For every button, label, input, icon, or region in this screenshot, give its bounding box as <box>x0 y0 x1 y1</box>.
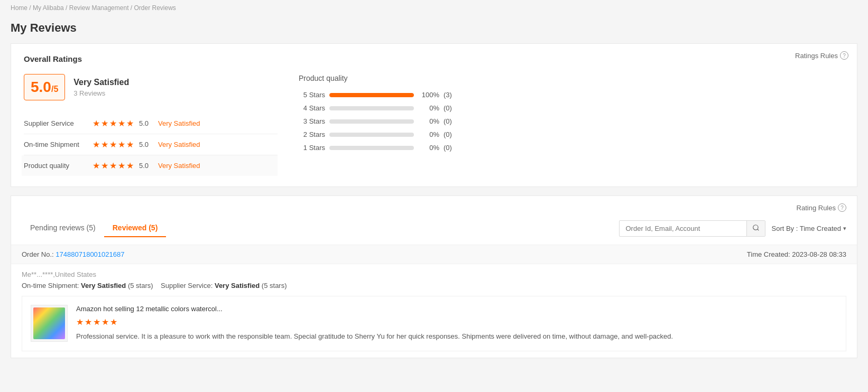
star-5: ★ <box>126 118 134 128</box>
bar-row-5: 5 Stars 100% (3) <box>299 91 844 99</box>
reviews-header: Pending reviews (5) Reviewed (5) Sort <box>11 212 857 245</box>
bar-label-5: 5 Stars <box>299 91 325 99</box>
bar-row-4: 4 Stars 0% (0) <box>299 104 844 112</box>
star-4: ★ <box>118 118 125 128</box>
reviewer-name: Me**...****,United States <box>22 270 96 278</box>
bar-pct-1: 0% <box>418 144 439 152</box>
ontime-shipment-row: On-time Shipment ★ ★ ★ ★ ★ 5.0 Very Sati… <box>24 134 278 155</box>
shipment-info: On-time Shipment: Very Satisfied (5 star… <box>22 282 846 290</box>
star-2: ★ <box>101 118 108 128</box>
rating-rules-info-icon[interactable]: ? <box>838 203 846 212</box>
overall-ratings-title: Overall Ratings <box>24 54 844 63</box>
supplier-service-label: Supplier Service <box>24 119 93 127</box>
ontime-shipment-score: 5.0 <box>139 141 158 148</box>
order-time-value: 2023-08-28 08:33 <box>792 250 846 258</box>
star-1: ★ <box>93 139 100 150</box>
product-quality-satisfied: Very Satisfied <box>158 162 200 170</box>
product-quality-score: 5.0 <box>139 162 158 170</box>
product-star-5: ★ <box>110 317 117 327</box>
product-star-3: ★ <box>93 317 100 327</box>
product-quality-row: Product quality ★ ★ ★ ★ ★ 5.0 Very Satis… <box>22 155 278 176</box>
breadcrumb-alibaba[interactable]: My Alibaba <box>33 4 64 12</box>
tab-pending-label: Pending reviews (5) <box>30 223 96 232</box>
bar-track-5 <box>329 93 414 97</box>
score-number: 5.0/5 <box>24 74 65 100</box>
score-label: Very Satisfied <box>73 78 129 87</box>
bar-count-5: (3) <box>444 91 452 99</box>
star-3: ★ <box>109 118 117 128</box>
ratings-content: 5.0/5 Very Satisfied 3 Reviews Supplier … <box>24 74 844 176</box>
search-input[interactable] <box>620 221 746 236</box>
star-2: ★ <box>101 161 108 171</box>
score-denom: /5 <box>51 85 58 94</box>
tab-reviewed[interactable]: Reviewed (5) <box>104 219 167 237</box>
tab-pending[interactable]: Pending reviews (5) <box>22 219 104 237</box>
product-review-text: Professional service. It is a pleasure t… <box>76 331 837 342</box>
star-3: ★ <box>109 161 117 171</box>
bar-label-4: 4 Stars <box>299 104 325 112</box>
tab-reviewed-label: Reviewed (5) <box>113 223 158 232</box>
tabs: Pending reviews (5) Reviewed (5) <box>22 219 166 237</box>
bar-fill-5 <box>329 93 414 97</box>
star-3: ★ <box>109 139 117 150</box>
star-5: ★ <box>126 161 134 171</box>
search-icon <box>752 224 760 231</box>
supplier-service-score: 5.0 <box>139 119 158 127</box>
score-value: 5.0 <box>31 79 51 95</box>
reviewer-info: Me**...****,United States <box>22 270 846 278</box>
ratings-rules-info-icon[interactable]: ? <box>840 51 848 60</box>
bar-pct-4: 0% <box>418 104 439 112</box>
order-row: Order No.: 174880718001021687 Time Creat… <box>11 245 857 264</box>
page-title: My Reviews <box>0 16 868 43</box>
breadcrumb-review-mgmt[interactable]: Review Management <box>69 4 129 12</box>
svg-point-0 <box>753 225 758 229</box>
breadcrumb-home[interactable]: Home <box>11 4 27 12</box>
ontime-shipment-label: On-time Shipment <box>24 141 93 148</box>
bar-row-3: 3 Stars 0% (0) <box>299 117 844 125</box>
page-container: Home / My Alibaba / Review Management / … <box>0 0 868 358</box>
star-1: ★ <box>93 161 100 171</box>
ratings-rules-top-link[interactable]: Ratings Rules ? <box>795 51 848 60</box>
shipment-label: On-time Shipment: <box>22 282 79 290</box>
breadcrumb-current: Order Reviews <box>134 4 176 12</box>
bar-track-3 <box>329 119 414 124</box>
rating-rules-link[interactable]: Rating Rules ? <box>11 196 857 212</box>
product-review: Amazon hot selling 12 metallic colors wa… <box>22 296 846 351</box>
supplier-service-satisfied: Very Satisfied <box>158 119 200 127</box>
product-stars: ★ ★ ★ ★ ★ <box>76 317 837 327</box>
search-button[interactable] <box>746 221 765 236</box>
order-no-label: Order No.: <box>22 250 54 258</box>
bar-count-4: (0) <box>444 104 452 112</box>
chart-title: Product quality <box>299 74 844 82</box>
left-ratings: 5.0/5 Very Satisfied 3 Reviews Supplier … <box>24 74 278 176</box>
reviews-section: Rating Rules ? Pending reviews (5) Revie… <box>11 195 857 358</box>
star-2: ★ <box>101 139 108 150</box>
bar-pct-5: 100% <box>418 91 439 99</box>
bar-pct-2: 0% <box>418 130 439 138</box>
star-1: ★ <box>93 118 100 128</box>
bar-pct-3: 0% <box>418 117 439 125</box>
bar-count-3: (0) <box>444 117 452 125</box>
bar-label-3: 3 Stars <box>299 117 325 125</box>
ontime-shipment-stars: ★ ★ ★ ★ ★ <box>93 139 134 150</box>
review-item: Me**...****,United States On-time Shipme… <box>11 264 857 358</box>
ratings-rules-top-label: Ratings Rules <box>795 52 838 60</box>
bar-label-1: 1 Stars <box>299 144 325 152</box>
product-star-1: ★ <box>76 317 84 327</box>
watercolor-image <box>33 307 65 339</box>
score-reviews: 3 Reviews <box>73 89 129 97</box>
ontime-shipment-satisfied: Very Satisfied <box>158 141 200 148</box>
shipment-value: Very Satisfied <box>81 282 126 290</box>
product-quality-label: Product quality <box>24 162 93 170</box>
sort-by[interactable]: Sort By : Time Created ▾ <box>772 225 847 232</box>
search-box <box>619 220 765 237</box>
star-5: ★ <box>126 139 134 150</box>
bar-count-2: (0) <box>444 130 452 138</box>
supplier-label: Supplier Service: <box>161 282 213 290</box>
shipment-stars: (5 stars) <box>128 282 153 290</box>
order-no-link[interactable]: 174880718001021687 <box>56 250 124 258</box>
bar-track-4 <box>329 106 414 110</box>
breadcrumb: Home / My Alibaba / Review Management / … <box>0 0 868 16</box>
supplier-value: Very Satisfied <box>215 282 260 290</box>
order-time-label: Time Created: <box>747 250 790 258</box>
